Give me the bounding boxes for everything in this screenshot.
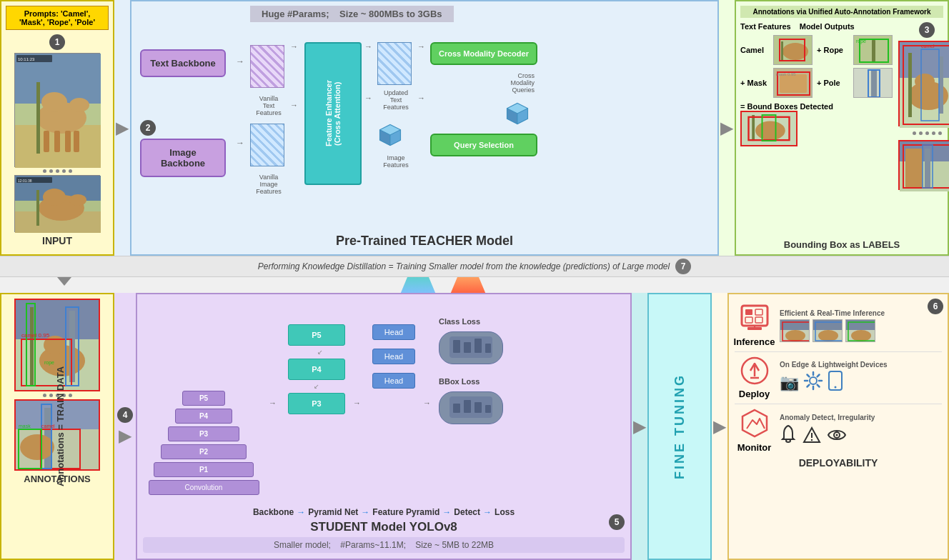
right-large-image: camel — [898, 41, 949, 126]
model-outputs-header: Model Outputs — [800, 22, 855, 31]
equals-row: = Bound Boxes Detected — [740, 102, 893, 111]
phone-icon — [828, 371, 843, 395]
conv-block: Convolution — [149, 480, 259, 495]
vanilla-text-label: VanillaTextFeatures — [250, 95, 287, 116]
fpn-p3: P3 — [288, 393, 345, 414]
cross-modality-decoder-box: Cross Modality Decoder — [430, 42, 537, 65]
svg-point-18 — [69, 194, 86, 206]
pole-label: + Pole — [817, 79, 849, 87]
pyramid-to-fpn-arrow: → — [269, 303, 280, 503]
smaller-params-bar: Smaller model; #Params~11.1M; Size ~ 5MB… — [143, 537, 625, 553]
svg-rect-91 — [453, 404, 460, 413]
svg-rect-89 — [485, 344, 491, 353]
fpn-p5: P5 — [288, 324, 345, 346]
text-backbone-label: Text Backbone — [150, 58, 216, 69]
huge-params-bar: Huge #Params; Size ~ 800MBs to 3GBs — [250, 6, 454, 22]
kd-bar: Performing Knowledge Distillation = Trai… — [0, 256, 949, 277]
vanilla-image-label: VanillaImageFeatures — [250, 174, 287, 195]
annotations-vertical-label: Annotations = TRAIN DATA — [55, 366, 66, 486]
svg-text:mask: mask — [19, 424, 31, 429]
section4-area: 4 ▶ — [114, 293, 136, 560]
monitor-label: Monitor — [737, 442, 772, 453]
pyramid-col: P5 P4 P3 P2 P1 Convolution — [143, 303, 264, 503]
svg-point-124 — [811, 439, 813, 440]
svg-rect-100 — [745, 317, 752, 323]
svg-rect-69 — [30, 307, 34, 386]
top-section: Prompts: 'Camel', 'Mask', 'Rope', 'Pole'… — [0, 0, 949, 256]
input-dots — [43, 169, 72, 173]
svg-rect-9 — [74, 131, 79, 152]
pole-output-thumb — [853, 68, 893, 98]
updated-text-label: UpdatedTextFeatures — [377, 89, 414, 111]
class-loss-block — [439, 331, 503, 364]
svg-text:10:11:23: 10:11:23 — [18, 57, 35, 61]
mask-label: + Mask — [740, 79, 769, 87]
vanilla-text-features-grid — [250, 45, 284, 88]
updated-text-features-grid — [377, 42, 412, 85]
svg-text:camel: camel — [921, 44, 935, 49]
svg-rect-88 — [474, 339, 482, 353]
bounding-box-title: Bounding Box as LABELS — [784, 239, 900, 250]
rope-label: + Rope — [817, 46, 849, 54]
query-selection-label: Query Selection — [454, 141, 514, 149]
huge-params-text: Huge #Params; — [262, 9, 329, 19]
circle-4: 4 — [117, 407, 133, 423]
cube-icon-2 — [505, 101, 530, 126]
prompts-text: Prompts: 'Camel', 'Mask', 'Rope', 'Pole' — [19, 9, 95, 26]
vanilla-image-features-grid — [250, 124, 284, 166]
svg-text:camel: camel — [41, 424, 55, 429]
connector-row — [0, 277, 949, 293]
p2-block: P2 — [161, 444, 247, 459]
svg-text:camel 0.95: camel 0.95 — [21, 332, 50, 339]
head1-block: Head — [372, 324, 415, 340]
teacher-title: Pre-Trained TEACHER Model — [336, 234, 513, 249]
output-panel: Annotations via Unified Auto-Annotation … — [735, 0, 949, 256]
p4-block: P4 — [175, 409, 232, 424]
svg-point-126 — [836, 434, 838, 436]
deploy-section: Deploy On Edge & Lightweight Devices 📷 — [735, 356, 942, 399]
camel-output-thumb — [773, 35, 813, 65]
svg-point-112 — [851, 330, 871, 341]
bbox-loss-label: BBox Loss — [439, 377, 510, 386]
svg-point-79 — [20, 434, 54, 460]
svg-rect-10 — [36, 82, 40, 154]
teacher-top-params: Huge #Params; Size ~ 800MBs to 3GBs — [136, 6, 713, 22]
separator1 — [735, 351, 942, 352]
input-camel-image: 10:11:23 — [14, 53, 100, 167]
svg-rect-93 — [474, 402, 482, 413]
fpn-col: P5 ↙ P4 ↙ P3 — [284, 303, 349, 503]
head2-block: Head — [372, 349, 415, 364]
teacher-to-output-arrow: ▶ — [719, 0, 735, 256]
student-panel: P5 P4 P3 P2 P1 Convolution — [136, 293, 632, 560]
fine-tuning-panel: FINE TUNING — [647, 293, 712, 560]
svg-point-17 — [43, 189, 66, 206]
head3-block: Head — [372, 373, 415, 389]
camel-label: Camel — [740, 46, 769, 54]
cross-modality-decoder-label: Cross Modality Decoder — [439, 49, 529, 58]
deployability-title: DEPLOYABILITY — [735, 457, 942, 469]
bbox-loss-block — [439, 391, 503, 424]
teacher-panel: Huge #Params; Size ~ 800MBs to 3GBs Text… — [130, 0, 719, 256]
svg-rect-107 — [813, 320, 843, 330]
svg-rect-43 — [871, 70, 877, 97]
inference-icon — [740, 304, 769, 336]
eye-icon — [827, 426, 847, 446]
feature-pyramid-step: Feature Pyramid — [372, 507, 439, 517]
svg-rect-55 — [939, 56, 943, 114]
inference-label: Inference — [734, 336, 775, 347]
svg-rect-61 — [925, 149, 930, 188]
svg-point-104 — [785, 330, 805, 341]
heads-to-loss-arrow: → — [423, 303, 434, 503]
query-selection-box: Query Selection — [430, 134, 537, 156]
gear-icon — [803, 371, 823, 395]
annotations-panel: camel 0.95 rope camel — [0, 293, 114, 560]
svg-rect-62 — [905, 149, 923, 188]
fpn-to-heads-arrow: → — [353, 303, 364, 503]
circle-2: 2 — [140, 120, 156, 136]
p1-block: P1 — [154, 462, 254, 477]
p3-block: P3 — [168, 426, 239, 441]
svg-rect-96 — [747, 327, 762, 330]
svg-point-108 — [818, 330, 838, 341]
svg-rect-39 — [780, 74, 807, 93]
rope-output-thumb: rope — [853, 35, 893, 65]
